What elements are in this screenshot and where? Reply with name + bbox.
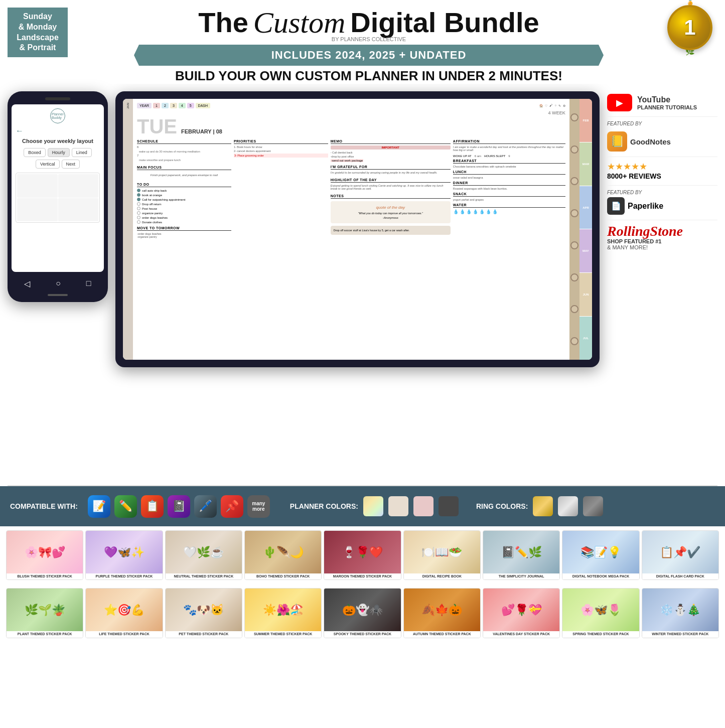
highlight-text: Enjoyed getting to spend lunch visiting … (331, 184, 451, 190)
swatch-neutral (388, 496, 408, 516)
cb8 (137, 220, 140, 224)
tab-4: 4 (179, 103, 186, 108)
youtube-sub: PLANNER TUTORIALS (637, 104, 697, 110)
swatch-rainbow (363, 496, 383, 516)
paperlike-box: FEATURED BY 📄 Paperlike (607, 185, 717, 215)
priorities-header: PRIORITIES (234, 139, 328, 144)
settings-icon: ⚙ (563, 104, 565, 107)
ring-3 (570, 177, 578, 185)
sticker-pack-image: 💜🦋✨ (86, 531, 162, 573)
shop-featured-text: SHOP FEATURED #1 (607, 238, 717, 244)
sticker-pack-image: 🌿🌱🪴 (7, 589, 83, 631)
todo-text-3: Call for outpatching appointment (142, 198, 185, 201)
phone-back-arrow: ← (16, 126, 24, 135)
compat-label: COMPATIBLE WITH: (10, 502, 78, 510)
tab-mar: MAR (579, 142, 592, 186)
sticker-pack: ☀️🌺🏖️SUMMER THEMED STICKER PACK (244, 588, 322, 638)
grateful-header: I'M GRATEFUL FOR (331, 165, 451, 170)
cb7 (137, 216, 140, 219)
important-badge: IMPORTANT (331, 145, 451, 150)
todo-text-8: Donate clothes (142, 221, 162, 224)
sticker-pack-label: PURPLE THEMED STICKER PACK (86, 573, 162, 579)
title-custom: Custom (253, 8, 345, 38)
reviews-count: 8000+ REVIEWS (607, 172, 717, 180)
title-digital-bundle: Digital Bundle (350, 9, 539, 37)
month-labels: JAN (123, 99, 133, 360)
move-header: MOVE TO TOMORROW (137, 226, 231, 231)
ring-7 (570, 305, 578, 313)
compat-section: COMPATIBLE WITH: 📝 ✏️ 📋 📓 🖊️ 📌 many more… (0, 486, 725, 526)
sticker-pack: 🍽️📖🥗DIGITAL RECIPE BOOK (403, 530, 481, 580)
sticker-pack: 💜🦋✨PURPLE THEMED STICKER PACK (85, 530, 163, 580)
dinner-header: DINNER (453, 181, 565, 186)
quote-text: "What you do today can improve all your … (335, 212, 447, 215)
phone-choose-text: Choose your weekly layout (22, 138, 93, 144)
phone-back-nav: ◁ (24, 279, 30, 288)
tab-2: 2 (162, 103, 169, 108)
sticker-pack: 📋📌✔️DIGITAL FLASH CARD PACK (642, 530, 719, 580)
sticker-pack: 🌸🦋🌷SPRING THEMED STICKER PACK (562, 588, 639, 638)
tab-5: 5 (187, 103, 194, 108)
app-icon-pencil: ✏️ (114, 495, 137, 518)
drop-5: 💧 (479, 209, 485, 214)
sticker-pack-image: 🍷🌹❤️ (324, 531, 400, 573)
planner-main: YEAR 1 2 3 4 5 DASH 🏠 ♡ 🖌 ○ ✎ ⚙ (133, 99, 569, 360)
phone-layout-buttons: Boxed Hourly Lined (24, 148, 92, 157)
todo-7: order dogs leashes (137, 216, 231, 219)
todo-1: call auto ship back (137, 189, 231, 192)
tab-year: YEAR (137, 103, 152, 108)
sticker-pack-label: THE SIMPLICITY JOURNAL (483, 573, 559, 579)
schedule-7: 7 (137, 154, 231, 157)
sticker-pack-image: ⭐🎯💪 (86, 589, 162, 631)
sticker-pack-image: 🌸🎀💕 (7, 531, 83, 573)
sticker-pack: 🌸🎀💕BLUSH THEMED STICKER PACK (6, 530, 83, 580)
sticker-pack-image: ❄️⛄🎄 (642, 589, 718, 631)
lunch-header: LUNCH (453, 170, 565, 175)
sticker-pack-label: LIFE THEMED STICKER PACK (86, 631, 162, 637)
affirmation-text: I am eager to make a wonderful day and l… (453, 145, 565, 152)
youtube-text: YouTube PLANNER TUTORIALS (637, 95, 697, 110)
paperlike-brand: 📄 Paperlike (607, 197, 663, 215)
sticker-pack: 📚📝💡DIGITAL NOTEBOOK MEGA PACK (562, 530, 639, 580)
note-card: Drop off soccer stuff at Lisa's house by… (331, 226, 451, 235)
sticker-pack-label: BOHO THEMED STICKER PACK (245, 573, 321, 579)
main-focus-text: Finish project paperwork, and prepare en… (137, 172, 231, 179)
lined-button[interactable]: Lined (72, 148, 92, 157)
todo-5: Post house (137, 207, 231, 210)
swatch-dark (439, 496, 459, 516)
schedule-6: 6 (137, 145, 231, 149)
paperlike-name: Paperlike (628, 202, 663, 211)
tab-jul: JUL (579, 317, 592, 360)
ring-2 (570, 145, 578, 154)
phone-screen: PlannerBuddy ← Choose your weekly layout… (12, 104, 104, 272)
quote-title: quote of the day (335, 205, 447, 210)
youtube-box: ▶ YouTube PLANNER TUTORIALS (607, 94, 717, 111)
includes-banner: INCLUDES 2024, 2025 + UNDATED (134, 45, 604, 66)
planner-date-full: FEBRUARY | 08 (181, 128, 222, 134)
sticker-pack-image: 💕🌹💝 (483, 589, 559, 631)
boxed-button[interactable]: Boxed (24, 148, 46, 157)
build-text: BUILD YOUR OWN CUSTOM PLANNER IN UNDER 2… (75, 68, 662, 84)
snack-header: SNACK (453, 192, 565, 197)
corner-tag-text3: Landscape (17, 33, 59, 42)
next-button[interactable]: Next (62, 160, 80, 169)
planner-colors-label: PLANNER COLORS: (290, 502, 358, 510)
sticker-pack: 🤍🌿☕NEUTRAL THEMED STICKER PACK (165, 530, 242, 580)
goodnotes-sub: FEATURED BY (607, 121, 642, 126)
phone-preview (16, 173, 100, 223)
header-section: Sunday & Monday Landscape & Portrait The… (0, 0, 725, 84)
cb5 (137, 207, 140, 210)
sticker-pack-image: 📚📝💡 (562, 531, 639, 573)
sticker-pack-label: DIGITAL FLASH CARD PACK (642, 573, 718, 579)
drop-3: 💧 (466, 209, 472, 214)
schedule-header: SCHEDULE (137, 139, 231, 144)
main-focus-header: MAIN FOCUS (137, 166, 231, 170)
sticker-pack-image: 🎃👻🕷️ (324, 589, 400, 631)
vertical-button[interactable]: Vertical (36, 160, 60, 169)
hourly-button[interactable]: Hourly (48, 148, 70, 157)
snack-text: yogurt parfait and grapes (453, 198, 565, 201)
ring-colors-label: RING COLORS: (476, 502, 528, 510)
sticker-pack-label: SUMMER THEMED STICKER PACK (245, 631, 321, 637)
hours-slept-val: 9 (508, 155, 510, 158)
sticker-pack: 🌿🌱🪴PLANT THEMED STICKER PACK (6, 588, 83, 638)
